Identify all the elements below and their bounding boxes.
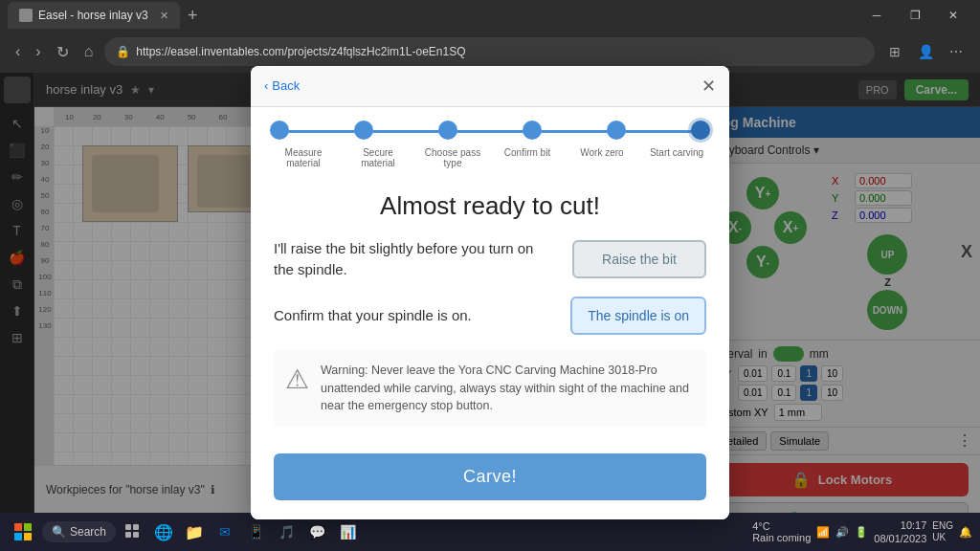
time-display: 10:17 xyxy=(874,518,926,532)
battery-icon: 🔋 xyxy=(855,526,868,539)
volume-icon: 🔊 xyxy=(835,526,849,539)
steps-labels: Measurematerial Secure material Choose p… xyxy=(270,147,710,168)
taskbar-app8-icon[interactable]: 📊 xyxy=(334,518,361,545)
lang-label: ENG xyxy=(932,520,953,532)
browser-toolbar-icons: ⊞ 👤 ⋯ xyxy=(882,39,969,64)
taskbar-mail-icon[interactable]: ✉ xyxy=(212,518,238,545)
more-options-icon[interactable]: ⋯ xyxy=(944,39,969,64)
tab-favicon xyxy=(19,9,33,22)
steps-line xyxy=(270,121,710,140)
modal-title: Almost ready to cut! xyxy=(274,191,706,221)
step-6-label: Start carving xyxy=(643,147,710,168)
instruction-1-text: I'll raise the bit slightly before you t… xyxy=(274,238,557,281)
carve-main-button[interactable]: Carve! xyxy=(274,453,706,500)
step-1-label: Measurematerial xyxy=(270,147,337,168)
taskbar-search-bar[interactable]: 🔍 Search xyxy=(42,521,116,542)
back-label: Back xyxy=(272,78,300,93)
clock[interactable]: 10:17 08/01/2023 xyxy=(874,518,926,546)
back-nav-button[interactable]: ‹ xyxy=(11,39,24,64)
weather-display: 4°C Rain coming xyxy=(752,520,811,543)
spindle-on-button[interactable]: The spindle is on xyxy=(570,297,706,335)
svg-rect-3 xyxy=(24,533,32,540)
wifi-icon: 📶 xyxy=(816,526,830,539)
svg-rect-2 xyxy=(14,533,22,540)
steps-connector xyxy=(279,130,701,133)
restore-button[interactable]: ❐ xyxy=(896,0,934,31)
instruction-2-row: Confirm that your spindle is on. The spi… xyxy=(274,297,706,335)
extensions-icon[interactable]: ⊞ xyxy=(882,39,907,64)
modal-body: Almost ready to cut! I'll raise the bit … xyxy=(251,176,729,442)
warning-icon: ⚠ xyxy=(285,364,309,395)
taskbar-app6-icon[interactable]: 🎵 xyxy=(273,518,300,545)
step-2-label: Secure material xyxy=(345,147,412,168)
profile-icon[interactable]: 👤 xyxy=(913,39,938,64)
app-area: ↖ ⬛ ✏ ◎ T 🍎 ⧉ ⬆ ⊞ horse inlay v3 ★ ▾ PRO… xyxy=(0,73,980,513)
instruction-2-text: Confirm that your spindle is on. xyxy=(274,305,555,327)
home-button[interactable]: ⌂ xyxy=(80,39,98,64)
raise-bit-button[interactable]: Raise the bit xyxy=(572,240,706,278)
tab-close-icon[interactable]: ✕ xyxy=(160,10,168,22)
svg-rect-0 xyxy=(14,523,22,531)
modal-dialog: ‹ Back ✕ Measurematerial Se xyxy=(251,66,729,519)
close-button[interactable]: ✕ xyxy=(934,0,972,31)
url-text: https://easel.inventables.com/projects/z… xyxy=(136,45,465,58)
back-chevron-icon: ‹ xyxy=(264,78,268,93)
taskbar-right: 4°C Rain coming 📶 🔊 🔋 10:17 08/01/2023 E… xyxy=(752,518,972,546)
new-tab-button[interactable]: + xyxy=(184,6,202,26)
modal-header: ‹ Back ✕ xyxy=(251,66,729,107)
browser-chrome: Easel - horse inlay v3 ✕ + ─ ❐ ✕ ‹ › ↻ ⌂… xyxy=(0,0,980,73)
taskbar-app5-icon[interactable]: 📱 xyxy=(242,518,269,545)
search-icon: 🔍 xyxy=(52,525,66,539)
start-button[interactable] xyxy=(8,517,38,547)
taskbar-explorer-icon[interactable]: 📁 xyxy=(181,518,208,545)
step-2-dot xyxy=(354,121,373,140)
tab-title: Easel - horse inlay v3 xyxy=(38,9,148,22)
svg-rect-4 xyxy=(125,524,131,530)
search-label: Search xyxy=(70,525,106,539)
step-3-label: Choose passtype xyxy=(419,147,486,168)
modal-close-button[interactable]: ✕ xyxy=(702,76,716,97)
svg-rect-6 xyxy=(125,532,131,538)
browser-tab[interactable]: Easel - horse inlay v3 ✕ xyxy=(8,2,180,29)
warning-box: ⚠ Warning: Never leave the Yora CNC Carv… xyxy=(274,350,706,427)
taskbar-task-view[interactable] xyxy=(120,518,146,545)
language-display: ENG UK xyxy=(932,520,953,543)
refresh-button[interactable]: ↻ xyxy=(53,39,73,65)
notifications-icon[interactable]: 🔔 xyxy=(959,526,972,539)
step-1-dot xyxy=(270,121,289,140)
step-4-label: Confirm bit xyxy=(494,147,561,168)
forward-nav-button[interactable]: › xyxy=(32,39,44,64)
weather-temp: 4°C xyxy=(752,520,811,532)
region-label: UK xyxy=(932,532,953,543)
step-4-dot xyxy=(523,121,542,140)
modal-overlay: ‹ Back ✕ Measurematerial Se xyxy=(0,73,980,513)
step-3-dot xyxy=(438,121,457,140)
browser-tabs: Easel - horse inlay v3 ✕ + ─ ❐ ✕ xyxy=(0,0,980,31)
svg-rect-5 xyxy=(133,524,139,530)
window-controls: ─ ❐ ✕ xyxy=(858,0,972,31)
minimize-button[interactable]: ─ xyxy=(858,0,896,31)
date-display: 08/01/2023 xyxy=(874,532,926,545)
step-6-dot xyxy=(691,121,710,140)
taskbar-app7-icon[interactable]: 💬 xyxy=(303,518,330,545)
warning-text: Warning: Never leave the Yora CNC Carvin… xyxy=(321,362,695,415)
instruction-1-row: I'll raise the bit slightly before you t… xyxy=(274,238,706,281)
progress-steps: Measurematerial Secure material Choose p… xyxy=(251,107,729,176)
modal-footer: Carve! xyxy=(251,442,729,519)
svg-rect-7 xyxy=(133,532,139,538)
taskbar-browser-icon[interactable]: 🌐 xyxy=(150,518,177,545)
step-5-label: Work zero xyxy=(568,147,635,168)
address-bar[interactable]: 🔒 https://easel.inventables.com/projects… xyxy=(104,37,875,66)
weather-desc: Rain coming xyxy=(752,532,811,543)
lock-icon: 🔒 xyxy=(116,45,130,58)
svg-rect-1 xyxy=(24,523,32,531)
back-button[interactable]: ‹ Back xyxy=(264,78,300,93)
step-5-dot xyxy=(607,121,626,140)
